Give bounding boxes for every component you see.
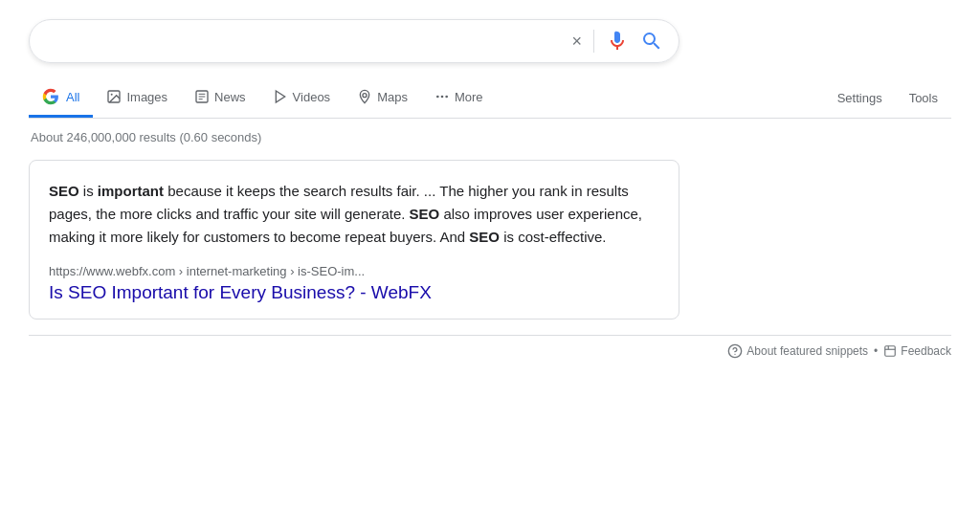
tab-all-label: All (66, 90, 79, 104)
svg-rect-13 (885, 346, 896, 357)
tab-videos-label: Videos (293, 90, 331, 104)
featured-snippet: SEO is important because it keeps the se… (29, 160, 679, 320)
svg-point-12 (735, 354, 736, 355)
nav-settings: Settings Tools (824, 81, 951, 115)
tab-images-label: Images (126, 90, 167, 104)
search-icons: × (571, 30, 663, 53)
tab-more[interactable]: More (421, 79, 497, 117)
tab-settings[interactable]: Settings (824, 81, 896, 115)
svg-point-8 (436, 96, 439, 99)
tab-images[interactable]: Images (93, 79, 181, 117)
help-icon (727, 343, 743, 359)
page-wrapper: why is seo important × (0, 0, 980, 386)
maps-tab-icon (357, 89, 372, 104)
search-bar: why is seo important × (29, 19, 679, 63)
svg-point-1 (111, 94, 113, 96)
feedback-text: Feedback (901, 344, 951, 358)
svg-point-10 (445, 96, 448, 99)
snippet-text: SEO is important because it keeps the se… (49, 180, 659, 249)
news-tab-icon (194, 89, 210, 104)
tab-more-label: More (455, 90, 483, 104)
tab-all[interactable]: All (29, 78, 93, 118)
search-divider (593, 30, 594, 53)
images-tab-icon (106, 89, 122, 104)
feedback-link[interactable]: Feedback (883, 344, 951, 358)
tab-maps[interactable]: Maps (344, 79, 421, 117)
tab-news-label: News (214, 90, 246, 104)
svg-marker-6 (276, 91, 284, 102)
tab-maps-label: Maps (377, 90, 408, 104)
tab-settings-label: Settings (837, 91, 882, 105)
bottom-bar-left: About featured snippets • Feedback (727, 343, 951, 359)
svg-point-7 (363, 94, 367, 98)
all-tab-icon (42, 88, 59, 105)
bottom-bar: About featured snippets • Feedback (29, 335, 951, 366)
mic-icon[interactable] (606, 30, 629, 53)
about-snippets-text: About featured snippets (746, 344, 868, 358)
tab-videos[interactable]: Videos (259, 79, 345, 117)
snippet-url: https://www.webfx.com › internet-marketi… (49, 264, 659, 278)
search-button-icon[interactable] (640, 30, 663, 53)
about-snippets-link[interactable]: About featured snippets (727, 343, 868, 359)
videos-tab-icon (273, 89, 288, 104)
tab-tools-label: Tools (909, 91, 938, 105)
tab-tools[interactable]: Tools (896, 81, 951, 115)
svg-point-9 (441, 96, 444, 99)
tab-news[interactable]: News (181, 79, 259, 117)
clear-icon[interactable]: × (571, 32, 582, 52)
bottom-bar-dot: • (874, 344, 878, 358)
nav-tabs: All Images News Vide (29, 78, 951, 119)
feedback-icon (883, 344, 897, 358)
more-tab-icon (434, 89, 450, 104)
results-info: About 246,000,000 results (0.60 seconds) (29, 130, 951, 144)
search-input[interactable]: why is seo important (45, 33, 571, 50)
snippet-title[interactable]: Is SEO Important for Every Business? - W… (49, 282, 432, 302)
